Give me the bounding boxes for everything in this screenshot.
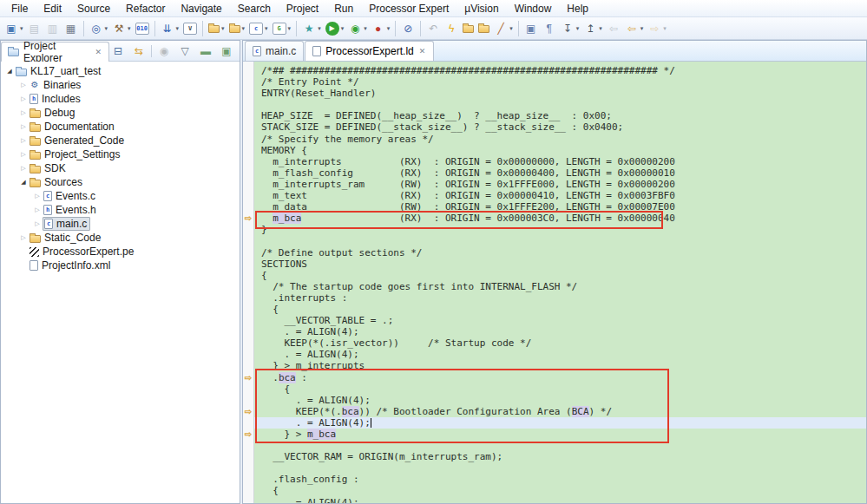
show-whitespace-button[interactable]: ¶ — [541, 19, 558, 38]
code-lines[interactable]: /*## ###################################… — [254, 62, 866, 503]
code-line[interactable]: .bca : — [254, 372, 866, 383]
new-c-project-button[interactable]: ▾ — [207, 19, 227, 38]
print-button[interactable]: ▦ — [62, 19, 80, 38]
gutter-line[interactable] — [243, 292, 253, 304]
gutter-line[interactable] — [243, 259, 253, 270]
code-line[interactable]: .interrupts : — [254, 292, 866, 304]
save-button[interactable]: ▤ — [26, 19, 43, 38]
menu-window[interactable]: Window — [507, 1, 560, 16]
tree-item-main-c[interactable]: ▷cmain.c — [1, 217, 240, 231]
code-line[interactable]: __VECTOR_TABLE = .; — [254, 315, 866, 326]
last-edit-location-button[interactable]: ⇦ — [605, 19, 622, 38]
dropdown-caret-icon[interactable]: ▾ — [176, 25, 180, 32]
dropdown-caret-icon[interactable]: ▾ — [288, 25, 292, 32]
gutter-line[interactable] — [243, 451, 253, 462]
gutter-line[interactable] — [243, 360, 253, 371]
tree-expanded-icon[interactable]: ◢ — [18, 179, 29, 186]
code-line[interactable]: __VECTOR_RAM = ORIGIN(m_interrupts_ram); — [254, 451, 866, 462]
code-line[interactable]: { — [254, 270, 866, 281]
code-line[interactable]: . = ALIGN(4); — [254, 497, 866, 503]
tree-item-documentation[interactable]: ▷Documentation — [1, 120, 240, 134]
gutter-line[interactable] — [243, 497, 253, 503]
gutter-line[interactable] — [243, 190, 253, 201]
gutter-line[interactable] — [243, 326, 253, 337]
code-line[interactable] — [254, 235, 866, 246]
dropdown-caret-icon[interactable]: ▾ — [221, 25, 225, 32]
gutter-line[interactable] — [243, 474, 253, 485]
menu-source[interactable]: Source — [69, 1, 118, 16]
tree-item-processorexpert-pe[interactable]: ProcessorExpert.pe — [1, 245, 240, 259]
gutter-line[interactable] — [243, 247, 253, 259]
tree-collapsed-icon[interactable]: ▷ — [18, 137, 29, 144]
gutter-line[interactable] — [243, 110, 253, 121]
dropdown-caret-icon[interactable]: ▾ — [242, 25, 246, 32]
menu-search[interactable]: Search — [230, 1, 279, 16]
tab-project-explorer[interactable]: Project Explorer ✕ — [1, 42, 109, 62]
forward-button[interactable]: ⇨▾ — [646, 19, 668, 38]
tree-item-includes[interactable]: ▷hIncludes — [1, 92, 240, 106]
debug-button[interactable]: ★▾ — [300, 19, 323, 38]
editor-tab-main-c[interactable]: cmain.c — [245, 41, 304, 61]
generate-code-button[interactable]: G▾ — [271, 19, 293, 38]
code-line[interactable]: } > m_interrupts — [254, 360, 866, 371]
view-menu-button[interactable]: ▽ — [176, 42, 194, 61]
menu--vision[interactable]: µVision — [456, 1, 506, 16]
gutter-line[interactable] — [243, 88, 253, 99]
next-annotation-button[interactable]: ↧▾ — [559, 19, 581, 38]
gutter-line[interactable] — [243, 134, 253, 145]
new-wizard-button[interactable]: ▣▾ — [3, 19, 25, 38]
change-marker-arrow-icon[interactable]: ⇨ — [243, 406, 253, 417]
pe-generate-lightning-button[interactable]: ϟ — [443, 19, 460, 38]
gutter-line[interactable] — [243, 235, 253, 246]
change-marker-arrow-icon[interactable]: ⇨ — [243, 372, 253, 383]
maximize-button[interactable]: ▣ — [218, 42, 235, 61]
gutter-line[interactable] — [243, 65, 253, 76]
code-line[interactable]: SECTIONS — [254, 259, 866, 270]
profile-button[interactable]: ●▾ — [370, 19, 392, 38]
new-source-folder-button[interactable]: ▾ — [227, 19, 247, 38]
tree-item-static-code[interactable]: ▷Static_Code — [1, 231, 240, 245]
gutter-line[interactable] — [243, 201, 253, 213]
code-editor[interactable]: ⇨⇨⇨⇨ /*## ##############################… — [243, 62, 866, 503]
code-line[interactable]: /* Specify the memory areas */ — [254, 134, 866, 145]
gutter-line[interactable] — [243, 440, 253, 451]
code-line[interactable]: } > m_bca — [254, 429, 866, 440]
code-line[interactable]: KEEP(*(.bca)) /* Bootloader Configuratio… — [254, 406, 866, 417]
menu-file[interactable]: File — [3, 1, 36, 16]
dropdown-caret-icon[interactable]: ▾ — [640, 25, 644, 32]
annotation-ruler[interactable]: ⇨⇨⇨⇨ — [243, 62, 254, 503]
code-line[interactable]: .flash_config : — [254, 474, 866, 485]
tree-item-events-h[interactable]: ▷hEvents.h — [1, 203, 240, 217]
skip-breakpoints-button[interactable]: ⊘ — [399, 19, 417, 38]
dropdown-caret-icon[interactable]: ▾ — [387, 25, 391, 32]
tree-collapsed-icon[interactable]: ▷ — [18, 123, 29, 130]
code-line[interactable]: /* The startup code goes first into INTE… — [254, 281, 866, 292]
gutter-line[interactable] — [243, 337, 253, 349]
code-line[interactable]: { — [254, 304, 866, 315]
gutter-line[interactable] — [243, 281, 253, 292]
tree-item-sources[interactable]: ◢Sources — [1, 175, 240, 189]
uvision-launch-button[interactable]: V — [181, 19, 199, 38]
gutter-line[interactable] — [243, 224, 253, 235]
tree-collapsed-icon[interactable]: ▷ — [18, 151, 29, 158]
tree-item-binaries[interactable]: ▷⚙Binaries — [1, 78, 240, 92]
binary-file-button[interactable]: 010 — [134, 19, 151, 38]
show-blocks-button[interactable]: ▣ — [522, 19, 540, 38]
dropdown-caret-icon[interactable]: ▾ — [364, 25, 367, 32]
gutter-line[interactable] — [243, 145, 253, 156]
tree-collapsed-icon[interactable]: ▷ — [18, 82, 29, 88]
open-file-button[interactable] — [476, 19, 491, 38]
gutter-line[interactable]: ⇨ — [243, 406, 253, 417]
tree-collapsed-icon[interactable]: ▷ — [32, 193, 43, 200]
dropdown-caret-icon[interactable]: ▾ — [318, 25, 321, 32]
open-project-button[interactable] — [461, 19, 476, 38]
code-line[interactable]: KEEP(*(.isr_vector)) /* Startup code */ — [254, 337, 866, 349]
menu-processor-expert[interactable]: Processor Expert — [361, 1, 456, 16]
code-line[interactable] — [254, 440, 866, 451]
gutter-line[interactable] — [243, 349, 253, 360]
gutter-line[interactable] — [243, 315, 253, 326]
code-line[interactable]: m_text (RX) : ORIGIN = 0x00000410, LENGT… — [254, 190, 866, 201]
tree-collapsed-icon[interactable]: ▷ — [18, 234, 29, 241]
tree-collapsed-icon[interactable]: ▷ — [18, 109, 29, 116]
code-line[interactable]: HEAP_SIZE = DEFINED(__heap_size__) ? __h… — [254, 110, 866, 121]
